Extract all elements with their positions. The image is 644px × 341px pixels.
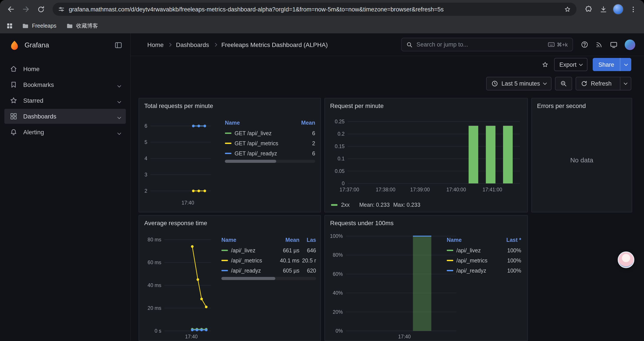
series-name[interactable]: /api/_metrics xyxy=(231,257,262,263)
favorite-star-icon[interactable] xyxy=(542,61,549,68)
legend-table: NameMeanLas/api/_livez661 µs646/api/_met… xyxy=(222,235,316,276)
series-color-dash xyxy=(447,250,453,251)
time-range-picker[interactable]: Last 5 minutes xyxy=(486,77,552,90)
panel-title[interactable]: Request per minute xyxy=(325,98,528,109)
address-bar[interactable]: grafana.mathmast.com/d/deytv4rwavabkb/fr… xyxy=(52,3,576,16)
request-per-minute-chart: 0.250.20.150.10.05017:37:0017:38:0017:39… xyxy=(328,116,525,197)
browser-toolbar: grafana.mathmast.com/d/deytv4rwavabkb/fr… xyxy=(0,0,644,19)
legend-header[interactable]: Mean xyxy=(292,120,315,126)
average-response-time-chart: 80 ms60 ms40 ms20 ms0 s17:40 xyxy=(142,233,229,341)
keyboard-icon xyxy=(548,42,554,47)
legend-max: Max: 0.233 xyxy=(393,202,420,208)
assistant-avatar[interactable] xyxy=(618,251,634,268)
svg-text:0.25: 0.25 xyxy=(335,119,344,124)
extensions-icon[interactable] xyxy=(582,3,595,16)
chevron-down-icon[interactable] xyxy=(118,113,120,120)
breadcrumb-item[interactable]: Home xyxy=(147,41,164,48)
legend-header[interactable]: Mean xyxy=(272,237,300,243)
panel-title[interactable]: Errors per second xyxy=(532,98,632,109)
share-label[interactable]: Share xyxy=(593,58,620,71)
legend-header[interactable]: Name xyxy=(222,237,272,243)
zoom-out-button[interactable] xyxy=(555,77,572,90)
chevron-down-icon[interactable] xyxy=(118,129,120,136)
series-name[interactable]: 2xx xyxy=(341,202,350,208)
dock-sidebar-icon[interactable] xyxy=(114,41,122,49)
svg-text:0.15: 0.15 xyxy=(335,144,344,149)
user-avatar[interactable] xyxy=(625,39,635,50)
clock-icon xyxy=(492,80,498,87)
svg-text:17:38:00: 17:38:00 xyxy=(376,187,396,192)
sidebar-item-alerting[interactable]: Alerting xyxy=(4,125,126,140)
chart-legend: 2xx Mean: 0.233 Max: 0.233 xyxy=(331,202,420,208)
svg-text:6: 6 xyxy=(144,123,147,129)
profile-avatar[interactable] xyxy=(612,3,625,16)
export-button[interactable]: Export xyxy=(554,58,588,71)
tv-mode-icon[interactable] xyxy=(610,41,618,49)
grid-icon xyxy=(10,112,18,120)
svg-text:20%: 20% xyxy=(333,309,343,315)
svg-text:0 s: 0 s xyxy=(154,328,161,334)
reload-button[interactable] xyxy=(34,3,47,16)
series-value: 646 xyxy=(300,247,316,253)
svg-text:2: 2 xyxy=(144,188,147,194)
refresh-action[interactable]: Refresh xyxy=(576,77,616,90)
series-name[interactable]: /api/_readyz xyxy=(456,267,486,274)
share-caret[interactable] xyxy=(620,58,631,71)
panel-title[interactable]: Requests under 100ms xyxy=(325,215,528,226)
grafana-logo[interactable] xyxy=(10,40,19,50)
bookmark-folder-1[interactable]: Freeleaps xyxy=(22,22,56,30)
news-feed-icon[interactable] xyxy=(595,41,603,48)
panel-title[interactable]: Total requests per minute xyxy=(139,98,320,109)
scrollbar-thumb[interactable] xyxy=(222,277,275,280)
help-icon[interactable] xyxy=(581,41,588,48)
legend-header-row: NameMean xyxy=(225,118,315,128)
legend-header[interactable]: Name xyxy=(447,237,498,243)
bookmark-icon xyxy=(10,81,18,89)
search-placeholder: Search or jump to... xyxy=(416,41,544,48)
browser-menu-icon[interactable] xyxy=(626,3,640,16)
series-name[interactable]: /api/_livez xyxy=(456,247,481,253)
sidebar-header: Grafana xyxy=(0,33,130,57)
back-button[interactable] xyxy=(4,3,18,16)
series-color-dash xyxy=(225,143,232,144)
svg-text:40 ms: 40 ms xyxy=(148,282,161,288)
forward-button[interactable] xyxy=(19,3,32,16)
breadcrumb-item[interactable]: Dashboards xyxy=(176,41,209,48)
site-settings-icon[interactable] xyxy=(58,6,65,13)
panel-title[interactable]: Average response time xyxy=(139,215,320,226)
time-controls: Last 5 minutes Refresh xyxy=(486,77,631,90)
refresh-interval-caret[interactable] xyxy=(620,77,631,90)
chevron-down-icon[interactable] xyxy=(118,97,120,104)
series-color-dash xyxy=(447,260,453,261)
svg-text:0.05: 0.05 xyxy=(335,168,344,174)
svg-text:0.1: 0.1 xyxy=(338,156,344,162)
search-input[interactable]: Search or jump to... ⌘+k xyxy=(401,38,573,51)
svg-text:20 ms: 20 ms xyxy=(148,305,161,311)
sidebar-item-dashboards[interactable]: Dashboards xyxy=(4,109,126,124)
downloads-icon[interactable] xyxy=(597,3,610,16)
series-name[interactable]: /api/_readyz xyxy=(231,267,261,274)
sidebar-item-starred[interactable]: Starred xyxy=(4,93,126,108)
legend-scrollbar[interactable] xyxy=(222,277,316,280)
breadcrumb: HomeDashboardsFreeleaps Metrics Dashboar… xyxy=(147,41,328,48)
series-name[interactable]: /api/_metrics xyxy=(456,257,488,263)
panel-requests-under-100ms: Requests under 100ms 100%80%60%40%20%0%1… xyxy=(324,215,528,341)
sidebar-item-home[interactable]: Home xyxy=(4,62,126,76)
sidebar-item-bookmarks[interactable]: Bookmarks xyxy=(4,77,126,92)
legend-header[interactable]: Name xyxy=(225,120,292,126)
scrollbar-thumb[interactable] xyxy=(225,160,276,163)
series-name[interactable]: GET /api/_metrics xyxy=(234,140,278,146)
legend-header[interactable]: Las xyxy=(300,237,316,243)
bookmark-star-icon[interactable] xyxy=(564,6,571,13)
legend-scrollbar[interactable] xyxy=(225,160,315,163)
bookmark-folder-2[interactable]: 收藏博客 xyxy=(66,22,98,30)
series-name[interactable]: /api/_livez xyxy=(231,247,255,253)
series-name[interactable]: GET /api/_livez xyxy=(234,130,272,136)
apps-grid-icon[interactable] xyxy=(6,22,13,30)
share-button[interactable]: Share xyxy=(593,58,631,71)
legend-header[interactable]: Last * xyxy=(498,237,521,243)
refresh-button[interactable]: Refresh xyxy=(576,77,631,90)
chevron-down-icon[interactable] xyxy=(118,81,120,88)
legend-row: /api/_metrics40.1 ms20.5 r xyxy=(222,255,316,265)
series-name[interactable]: GET /api/_readyz xyxy=(234,150,277,156)
